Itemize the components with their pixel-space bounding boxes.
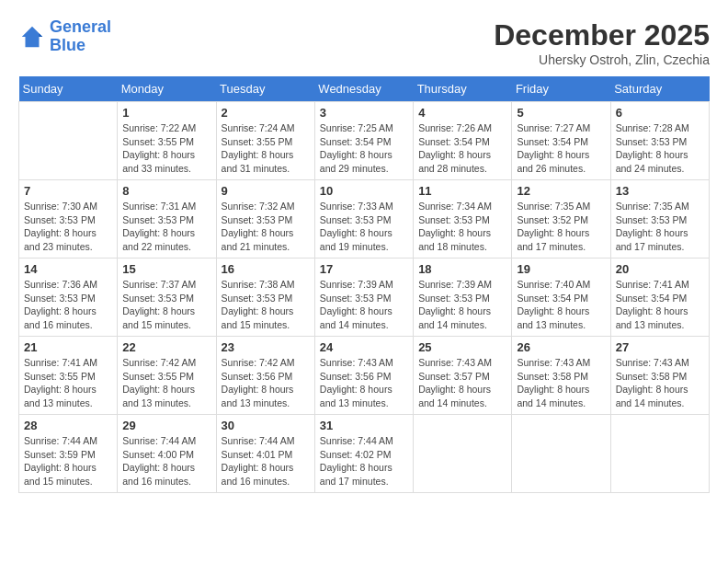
day-info: Sunrise: 7:44 AM Sunset: 4:01 PM Dayligh… [222, 434, 310, 488]
day-info: Sunrise: 7:34 AM Sunset: 3:53 PM Dayligh… [418, 200, 506, 254]
day-number: 5 [517, 106, 605, 120]
calendar-cell [414, 415, 512, 493]
calendar-cell: 6Sunrise: 7:28 AM Sunset: 3:53 PM Daylig… [610, 102, 709, 180]
calendar-cell: 5Sunrise: 7:27 AM Sunset: 3:54 PM Daylig… [512, 102, 610, 180]
calendar-cell: 30Sunrise: 7:44 AM Sunset: 4:01 PM Dayli… [216, 415, 314, 493]
day-number: 23 [222, 340, 310, 354]
day-number: 18 [418, 262, 506, 276]
calendar-cell: 14Sunrise: 7:36 AM Sunset: 3:53 PM Dayli… [19, 259, 118, 337]
day-info: Sunrise: 7:42 AM Sunset: 3:55 PM Dayligh… [122, 356, 210, 410]
logo-icon [18, 23, 46, 51]
day-number: 3 [320, 106, 408, 120]
week-row-3: 14Sunrise: 7:36 AM Sunset: 3:53 PM Dayli… [19, 259, 710, 337]
day-number: 25 [418, 340, 506, 354]
calendar-cell: 3Sunrise: 7:25 AM Sunset: 3:54 PM Daylig… [314, 102, 413, 180]
location: Uhersky Ostroh, Zlin, Czechia [494, 52, 710, 67]
day-info: Sunrise: 7:41 AM Sunset: 3:55 PM Dayligh… [24, 356, 112, 410]
day-info: Sunrise: 7:26 AM Sunset: 3:54 PM Dayligh… [418, 121, 506, 176]
day-info: Sunrise: 7:44 AM Sunset: 3:59 PM Dayligh… [24, 434, 112, 488]
month-title: December 2025 [494, 18, 710, 52]
day-number: 19 [517, 262, 605, 276]
day-info: Sunrise: 7:38 AM Sunset: 3:53 PM Dayligh… [222, 278, 310, 332]
week-row-4: 21Sunrise: 7:41 AM Sunset: 3:55 PM Dayli… [19, 337, 710, 415]
day-info: Sunrise: 7:35 AM Sunset: 3:53 PM Dayligh… [616, 200, 704, 254]
day-number: 6 [616, 106, 704, 120]
logo: General Blue [18, 18, 111, 55]
calendar-cell: 26Sunrise: 7:43 AM Sunset: 3:58 PM Dayli… [512, 337, 610, 415]
header-thursday: Thursday [414, 76, 512, 102]
day-info: Sunrise: 7:32 AM Sunset: 3:53 PM Dayligh… [222, 200, 310, 254]
week-row-2: 7Sunrise: 7:30 AM Sunset: 3:53 PM Daylig… [19, 180, 710, 259]
day-number: 24 [320, 340, 408, 354]
calendar-cell: 21Sunrise: 7:41 AM Sunset: 3:55 PM Dayli… [19, 337, 118, 415]
calendar-cell: 27Sunrise: 7:43 AM Sunset: 3:58 PM Dayli… [610, 337, 709, 415]
calendar-cell: 2Sunrise: 7:24 AM Sunset: 3:55 PM Daylig… [216, 102, 314, 180]
day-number: 31 [320, 419, 408, 432]
day-info: Sunrise: 7:30 AM Sunset: 3:53 PM Dayligh… [24, 200, 112, 254]
day-info: Sunrise: 7:33 AM Sunset: 3:53 PM Dayligh… [320, 200, 408, 254]
day-number: 26 [517, 340, 605, 354]
calendar-cell: 29Sunrise: 7:44 AM Sunset: 4:00 PM Dayli… [118, 415, 216, 493]
day-number: 17 [320, 262, 408, 276]
day-number: 9 [222, 184, 310, 198]
header-saturday: Saturday [610, 76, 709, 102]
day-number: 12 [517, 184, 605, 198]
day-info: Sunrise: 7:44 AM Sunset: 4:00 PM Dayligh… [122, 434, 210, 488]
header-friday: Friday [512, 76, 610, 102]
day-info: Sunrise: 7:44 AM Sunset: 4:02 PM Dayligh… [320, 434, 408, 488]
day-number: 15 [122, 262, 210, 276]
day-info: Sunrise: 7:43 AM Sunset: 3:58 PM Dayligh… [616, 356, 704, 410]
day-number: 7 [24, 184, 112, 198]
day-info: Sunrise: 7:40 AM Sunset: 3:54 PM Dayligh… [517, 278, 605, 332]
calendar-cell: 24Sunrise: 7:43 AM Sunset: 3:56 PM Dayli… [314, 337, 413, 415]
header-wednesday: Wednesday [314, 76, 413, 102]
calendar-cell: 9Sunrise: 7:32 AM Sunset: 3:53 PM Daylig… [216, 180, 314, 259]
calendar-cell: 13Sunrise: 7:35 AM Sunset: 3:53 PM Dayli… [610, 180, 709, 259]
day-info: Sunrise: 7:35 AM Sunset: 3:52 PM Dayligh… [517, 200, 605, 254]
day-info: Sunrise: 7:24 AM Sunset: 3:55 PM Dayligh… [222, 121, 310, 176]
calendar-cell [512, 415, 610, 493]
calendar-cell: 8Sunrise: 7:31 AM Sunset: 3:53 PM Daylig… [118, 180, 216, 259]
day-number: 16 [222, 262, 310, 276]
day-info: Sunrise: 7:31 AM Sunset: 3:53 PM Dayligh… [122, 200, 210, 254]
day-info: Sunrise: 7:27 AM Sunset: 3:54 PM Dayligh… [517, 121, 605, 176]
day-number: 21 [24, 340, 112, 354]
header-monday: Monday [118, 76, 216, 102]
day-number: 10 [320, 184, 408, 198]
day-info: Sunrise: 7:36 AM Sunset: 3:53 PM Dayligh… [24, 278, 112, 332]
calendar-cell: 25Sunrise: 7:43 AM Sunset: 3:57 PM Dayli… [414, 337, 512, 415]
day-info: Sunrise: 7:28 AM Sunset: 3:53 PM Dayligh… [616, 121, 704, 176]
calendar-cell [19, 102, 118, 180]
calendar-cell: 12Sunrise: 7:35 AM Sunset: 3:52 PM Dayli… [512, 180, 610, 259]
day-number: 28 [24, 419, 112, 432]
calendar-cell: 17Sunrise: 7:39 AM Sunset: 3:53 PM Dayli… [314, 259, 413, 337]
day-info: Sunrise: 7:42 AM Sunset: 3:56 PM Dayligh… [222, 356, 310, 410]
calendar: SundayMondayTuesdayWednesdayThursdayFrid… [18, 76, 710, 493]
calendar-cell [610, 415, 709, 493]
calendar-cell: 28Sunrise: 7:44 AM Sunset: 3:59 PM Dayli… [19, 415, 118, 493]
title-block: December 2025 Uhersky Ostroh, Zlin, Czec… [494, 18, 710, 67]
day-number: 2 [222, 106, 310, 120]
calendar-cell: 1Sunrise: 7:22 AM Sunset: 3:55 PM Daylig… [118, 102, 216, 180]
calendar-cell: 7Sunrise: 7:30 AM Sunset: 3:53 PM Daylig… [19, 180, 118, 259]
calendar-cell: 18Sunrise: 7:39 AM Sunset: 3:53 PM Dayli… [414, 259, 512, 337]
header-sunday: Sunday [19, 76, 118, 102]
day-info: Sunrise: 7:25 AM Sunset: 3:54 PM Dayligh… [320, 121, 408, 176]
day-info: Sunrise: 7:39 AM Sunset: 3:53 PM Dayligh… [418, 278, 506, 332]
day-info: Sunrise: 7:43 AM Sunset: 3:58 PM Dayligh… [517, 356, 605, 410]
calendar-cell: 22Sunrise: 7:42 AM Sunset: 3:55 PM Dayli… [118, 337, 216, 415]
header-tuesday: Tuesday [216, 76, 314, 102]
day-info: Sunrise: 7:41 AM Sunset: 3:54 PM Dayligh… [616, 278, 704, 332]
day-number: 14 [24, 262, 112, 276]
logo-text: General Blue [50, 18, 111, 55]
page-header: General Blue December 2025 Uhersky Ostro… [18, 18, 710, 67]
calendar-cell: 11Sunrise: 7:34 AM Sunset: 3:53 PM Dayli… [414, 180, 512, 259]
day-number: 20 [616, 262, 704, 276]
day-number: 22 [122, 340, 210, 354]
day-number: 11 [418, 184, 506, 198]
day-info: Sunrise: 7:43 AM Sunset: 3:56 PM Dayligh… [320, 356, 408, 410]
calendar-cell: 16Sunrise: 7:38 AM Sunset: 3:53 PM Dayli… [216, 259, 314, 337]
day-info: Sunrise: 7:43 AM Sunset: 3:57 PM Dayligh… [418, 356, 506, 410]
day-number: 13 [616, 184, 704, 198]
day-info: Sunrise: 7:39 AM Sunset: 3:53 PM Dayligh… [320, 278, 408, 332]
